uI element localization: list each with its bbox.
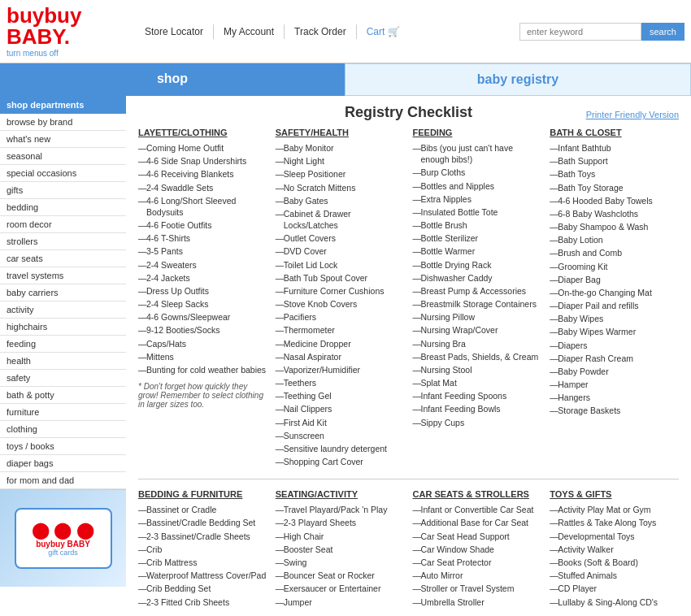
sidebar-item-for-mom-and-dad[interactable]: for mom and dad — [0, 472, 126, 489]
list-item: Crib Mattress — [138, 557, 267, 568]
list-item: Diaper Bag — [550, 274, 679, 285]
track-order-link[interactable]: Track Order — [294, 26, 346, 37]
sidebar-item-room-decor[interactable]: room decor — [0, 216, 126, 233]
store-locator-link[interactable]: Store Locator — [145, 26, 203, 37]
list-item: 2-3 Bassinet/Cradle Sheets — [138, 531, 267, 542]
tab-shop[interactable]: shop — [0, 63, 345, 96]
list-item: Jumper — [276, 596, 405, 608]
col-seating-heading: SEATING/ACTIVITY — [276, 489, 405, 499]
list-item: Bottle Sterilizer — [413, 232, 542, 244]
list-item: Travel Playard/Pack 'n Play — [276, 504, 405, 515]
sidebar-item-feeding[interactable]: feeding — [0, 336, 126, 353]
list-item: Lullaby & Sing-Along CD's — [550, 596, 679, 608]
sidebar-item-highchairs[interactable]: highchairs — [0, 319, 126, 336]
sidebar-item-browse-by-brand[interactable]: browse by brand — [0, 114, 126, 131]
list-item: First Aid Kit — [276, 417, 405, 428]
sidebar-item-health[interactable]: health — [0, 353, 126, 370]
list-item: 2-4 Sweaters — [138, 259, 267, 271]
list-item: Developmental Toys — [550, 531, 679, 542]
gift-card-inner: ⬤ ⬤ ⬤ buybuy BABY gift cards — [15, 508, 112, 569]
sidebar: shop departments browse by brand what's … — [0, 96, 126, 489]
col-safety: SAFETY/HEALTH Baby Monitor Night Light S… — [276, 128, 405, 469]
sidebar-item-special-occasions[interactable]: special occasions — [0, 165, 126, 182]
col-seating-list: Travel Playard/Pack 'n Play 2-3 Playard … — [276, 504, 405, 607]
list-item: Sunscreen — [276, 430, 405, 441]
list-item: Umbrella Stroller — [413, 596, 542, 608]
sidebar-item-whats-new[interactable]: what's new — [0, 131, 126, 148]
gift-card-dots: ⬤ ⬤ ⬤ — [32, 520, 94, 540]
list-item: High Chair — [276, 531, 405, 542]
nav-divider — [213, 24, 214, 39]
list-item: 6-8 Baby Washcloths — [550, 208, 679, 219]
list-item: Nursing Pillow — [413, 311, 542, 323]
sidebar-item-seasonal[interactable]: seasonal — [0, 148, 126, 165]
sidebar-item-clothing[interactable]: clothing — [0, 421, 126, 438]
col-bath-list: Infant Bathtub Bath Support Bath Toys Ba… — [550, 142, 679, 417]
gift-card-promo: ⬤ ⬤ ⬤ buybuy BABY gift cards — [0, 489, 126, 587]
col-layette-list: Coming Home Outfit 4-6 Side Snap Undersh… — [138, 142, 267, 375]
search-button[interactable]: search — [641, 23, 684, 41]
col-carseats: CAR SEATS & STROLLERS Infant or Converti… — [413, 489, 542, 609]
search-input[interactable] — [519, 23, 641, 41]
col-safety-list: Baby Monitor Night Light Sleep Positione… — [276, 142, 405, 467]
cart-icon: 🛒 — [388, 26, 400, 37]
list-item: Baby Shampoo & Wash — [550, 221, 679, 232]
sidebar-item-furniture[interactable]: furniture — [0, 404, 126, 421]
cart-link[interactable]: Cart 🛒 — [367, 26, 400, 37]
list-item: Baby Monitor — [276, 142, 405, 154]
col-layette: LAYETTE/CLOTHING Coming Home Outfit 4-6 … — [138, 128, 267, 469]
list-item: Bibs (you just can't have enough bibs!) — [413, 142, 542, 165]
list-item: Teethers — [276, 377, 405, 388]
list-item: Bath Support — [550, 155, 679, 167]
list-item: 4-6 T-Shirts — [138, 232, 267, 244]
list-item: Nail Clippers — [276, 403, 405, 414]
list-item: Nursing Wrap/Cover — [413, 324, 542, 336]
sidebar-item-baby-carriers[interactable]: baby carriers — [0, 284, 126, 301]
checklist-header: Registry Checklist Printer Friendly Vers… — [138, 104, 679, 121]
list-item: Exersaucer or Entertainer — [276, 583, 405, 594]
list-item: Sippy Cups — [413, 417, 542, 428]
printer-friendly-link[interactable]: Printer Friendly Version — [586, 110, 679, 119]
list-item: 4-6 Long/Short Sleeved Bodysuits — [138, 195, 267, 218]
list-item: Activity Play Mat or Gym — [550, 504, 679, 515]
list-item: Auto Mirror — [413, 570, 542, 581]
list-item: Grooming Kit — [550, 261, 679, 272]
list-item: Bassinet or Cradle — [138, 504, 267, 515]
list-item: Car Window Shade — [413, 544, 542, 555]
logo-text: buybuy BABY. — [7, 5, 128, 47]
list-item: Caps/Hats — [138, 338, 267, 349]
list-item: Baby Wipes Warmer — [550, 326, 679, 337]
list-item: Rattles & Take Along Toys — [550, 517, 679, 528]
sidebar-item-strollers[interactable]: strollers — [0, 233, 126, 250]
col-layette-heading: LAYETTE/CLOTHING — [138, 128, 267, 137]
sidebar-container: shop departments browse by brand what's … — [0, 96, 126, 616]
sidebar-item-travel-systems[interactable]: travel systems — [0, 267, 126, 284]
sidebar-header: shop departments — [0, 96, 126, 114]
header: buybuy BABY. turn menus off Store Locato… — [0, 0, 691, 63]
checklist-grid-bottom: BEDDING & FURNITURE Bassinet or Cradle B… — [138, 489, 679, 609]
my-account-link[interactable]: My Account — [224, 26, 274, 37]
sidebar-item-safety[interactable]: safety — [0, 370, 126, 387]
sidebar-item-activity[interactable]: activity — [0, 301, 126, 319]
list-item: Crib Bedding Set — [138, 583, 267, 594]
list-item: Bouncer Seat or Rocker — [276, 570, 405, 581]
sidebar-item-bedding[interactable]: bedding — [0, 199, 126, 216]
col-toys: TOYS & GIFTS Activity Play Mat or Gym Ra… — [550, 489, 679, 609]
list-item: Breast Pads, Shields, & Cream — [413, 351, 542, 362]
list-item: Baby Lotion — [550, 234, 679, 245]
logo: buybuy BABY. turn menus off — [7, 5, 128, 58]
sidebar-item-bath-potty[interactable]: bath & potty — [0, 387, 126, 404]
sidebar-item-toys-books[interactable]: toys / books — [0, 438, 126, 455]
list-item: Breastmilk Storage Containers — [413, 298, 542, 310]
list-item: Thermometer — [276, 324, 405, 336]
col-bedding-heading: BEDDING & FURNITURE — [138, 489, 267, 499]
col-bath: BATH & CLOSET Infant Bathtub Bath Suppor… — [550, 128, 679, 469]
sidebar-item-diaper-bags[interactable]: diaper bags — [0, 455, 126, 472]
list-item: Nasal Aspirator — [276, 351, 405, 362]
tab-registry[interactable]: baby registry — [345, 63, 691, 96]
list-item: Medicine Dropper — [276, 338, 405, 349]
list-item: Extra Nipples — [413, 193, 542, 205]
sidebar-item-car-seats[interactable]: car seats — [0, 250, 126, 267]
sidebar-item-gifts[interactable]: gifts — [0, 182, 126, 199]
main-content: Registry Checklist Printer Friendly Vers… — [126, 96, 691, 616]
